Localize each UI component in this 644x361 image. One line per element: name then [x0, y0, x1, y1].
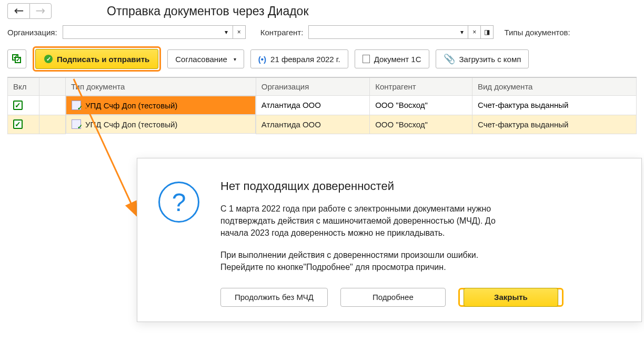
back-button[interactable]: 🡐	[7, 3, 29, 19]
cell-doc-kind: Счет-фактура выданный	[472, 96, 636, 115]
cell-org: Атлантида ООО	[256, 96, 369, 115]
signal-icon: (•)	[258, 55, 266, 64]
partner-clear-button[interactable]: ×	[468, 25, 481, 39]
date-label: 21 февраля 2022 г.	[270, 55, 340, 64]
cell-partner: ООО "Восход"	[370, 96, 472, 115]
org-label: Организация:	[7, 28, 57, 37]
cell-doc-type: УПД Счф Доп (тестовый)	[85, 120, 177, 129]
check-all-button[interactable]	[7, 49, 26, 68]
col-org[interactable]: Организация	[256, 77, 369, 96]
upload-button[interactable]: 📎 Загрузить с комп	[436, 49, 529, 68]
documents-table: Вкл Тип документа Организация Контрагент…	[7, 77, 637, 134]
cell-doc-type: УПД Счф Доп (тестовый)	[85, 101, 177, 110]
col-doc-kind[interactable]: Вид документа	[472, 77, 636, 96]
doctypes-label: Типы документов:	[504, 28, 570, 37]
org-dropdown-button[interactable]: ▾	[220, 25, 233, 39]
cell-doc-kind: Счет-фактура выданный	[472, 115, 636, 134]
col-partner[interactable]: Контрагент	[370, 77, 472, 96]
table-row[interactable]: ✓ УПД Счф Доп (тестовый) Атлантида ООО О…	[8, 115, 637, 134]
page-title: Отправка документов через Диадок	[107, 4, 308, 18]
row-spacer	[39, 96, 66, 115]
row-checkbox[interactable]: ✓	[13, 119, 23, 129]
partner-open-button[interactable]: ◨	[481, 25, 494, 39]
partner-label: Контрагент:	[260, 28, 304, 37]
upload-label: Загрузить с комп	[459, 55, 521, 64]
org-combo: ▾ ×	[63, 25, 246, 39]
col-vkl[interactable]: Вкл	[8, 77, 39, 96]
doc1c-label: Документ 1С	[374, 55, 421, 64]
org-clear-button[interactable]: ×	[233, 25, 246, 39]
col-blank	[39, 77, 66, 96]
check-all-icon	[12, 54, 22, 64]
partner-dropdown-button[interactable]: ▾	[456, 25, 468, 39]
org-input[interactable]	[63, 25, 220, 39]
document-icon	[363, 55, 370, 63]
doc1c-button[interactable]: Документ 1С	[355, 49, 429, 68]
sign-send-button[interactable]: ✓ Подписать и отправить	[35, 49, 158, 69]
forward-button[interactable]: 🡒	[29, 3, 52, 19]
doc-status-icon	[72, 119, 81, 129]
row-checkbox[interactable]: ✓	[13, 101, 23, 110]
partner-combo: ▾ × ◨	[308, 25, 494, 39]
approval-label: Согласование	[175, 55, 227, 64]
partner-input[interactable]	[308, 25, 456, 39]
sign-send-highlight: ✓ Подписать и отправить	[33, 46, 161, 72]
table-row[interactable]: ✓ УПД Счф Доп (тестовый) Атлантида ООО О…	[8, 96, 637, 115]
date-button[interactable]: (•) 21 февраля 2022 г.	[250, 49, 348, 68]
cell-partner: ООО "Восход"	[370, 115, 472, 134]
paperclip-icon: 📎	[444, 53, 455, 65]
chevron-down-icon: ▾	[234, 56, 236, 62]
approval-button[interactable]: Согласование ▾	[167, 49, 244, 68]
sign-send-label: Подписать и отправить	[57, 55, 149, 64]
row-spacer	[39, 115, 66, 134]
col-doc-type[interactable]: Тип документа	[66, 77, 256, 96]
check-circle-icon: ✓	[44, 55, 53, 63]
nav-buttons: 🡐 🡒	[7, 3, 52, 19]
cell-org: Атлантида ООО	[256, 115, 369, 134]
doc-status-icon	[72, 101, 81, 110]
